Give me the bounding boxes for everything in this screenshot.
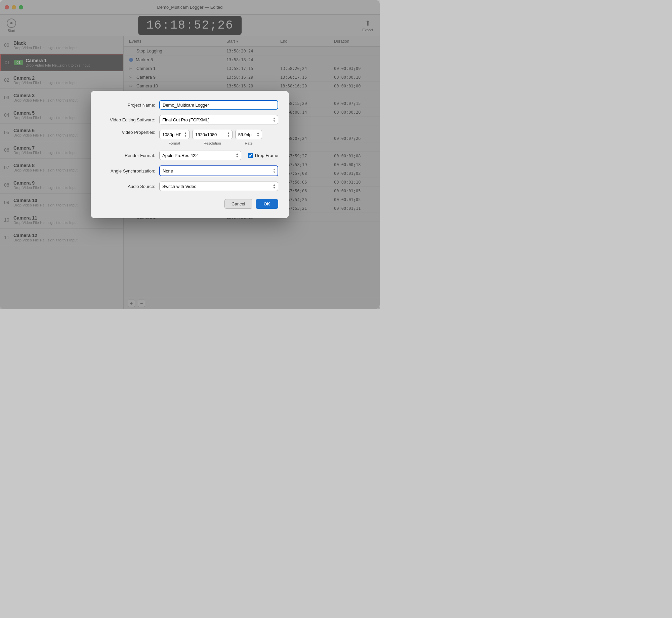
render-format-label: Render Format: — [101, 153, 155, 158]
drop-frame-label: Drop Frame — [255, 153, 278, 158]
render-format-select[interactable]: Apple ProRes 422 — [159, 151, 241, 160]
render-format-row: Render Format: Apple ProRes 422 ▲ ▼ Drop… — [101, 151, 278, 160]
rate-select-wrap: 59.94p ▲ ▼ — [235, 130, 262, 139]
angle-sync-row: Angle Synchronization: None ▲ ▼ — [101, 165, 278, 176]
format-select-wrap: 1080p HD ▲ ▼ — [159, 130, 190, 139]
resolution-select-wrap: 1920x1080 ▲ ▼ — [192, 130, 233, 139]
dialog: Project Name: Video Editing Software: Fi… — [91, 91, 289, 218]
format-label: Format — [159, 141, 190, 145]
render-select-wrap: Apple ProRes 422 ▲ ▼ — [159, 151, 241, 160]
drop-frame-wrap: Drop Frame — [248, 153, 278, 158]
video-properties-row: Video Properties: 1080p HD ▲ ▼ — [101, 130, 278, 145]
video-props-selects: 1080p HD ▲ ▼ 1920x1080 — [159, 130, 262, 139]
video-editing-select[interactable]: Final Cut Pro (FCPXML) — [159, 115, 278, 124]
audio-source-select[interactable]: Switch with Video — [159, 182, 278, 191]
ok-button[interactable]: OK — [256, 199, 279, 209]
video-editing-row: Video Editing Software: Final Cut Pro (F… — [101, 115, 278, 124]
cancel-button[interactable]: Cancel — [224, 199, 252, 209]
app-window: Demo_Multicam Logger — Edited ⏺ Start 16… — [0, 0, 380, 309]
project-name-row: Project Name: — [101, 100, 278, 110]
drop-frame-checkbox[interactable] — [248, 153, 253, 158]
audio-source-label: Audio Source: — [101, 184, 155, 189]
dialog-buttons: Cancel OK — [101, 199, 278, 209]
modal-overlay: Project Name: Video Editing Software: Fi… — [0, 0, 380, 309]
angle-sync-select[interactable]: None — [159, 165, 278, 176]
resolution-select[interactable]: 1920x1080 — [192, 130, 233, 139]
video-properties-label: Video Properties: — [101, 130, 155, 135]
video-properties-controls: 1080p HD ▲ ▼ 1920x1080 — [159, 130, 262, 145]
video-editing-label: Video Editing Software: — [101, 117, 155, 122]
video-editing-select-wrapper: Final Cut Pro (FCPXML) ▲ ▼ — [159, 115, 278, 124]
resolution-label: Resolution — [192, 141, 233, 145]
rate-label: Rate — [235, 141, 262, 145]
rate-select[interactable]: 59.94p — [235, 130, 262, 139]
angle-sync-label: Angle Synchronization: — [101, 168, 155, 173]
format-select[interactable]: 1080p HD — [159, 130, 190, 139]
video-props-labels: Format Resolution Rate — [159, 141, 262, 145]
project-name-input[interactable] — [159, 100, 278, 110]
angle-sync-select-wrap: None ▲ ▼ — [159, 165, 278, 176]
audio-source-select-wrapper: Switch with Video ▲ ▼ — [159, 182, 278, 191]
audio-source-row: Audio Source: Switch with Video ▲ ▼ — [101, 182, 278, 191]
project-name-label: Project Name: — [101, 103, 155, 108]
